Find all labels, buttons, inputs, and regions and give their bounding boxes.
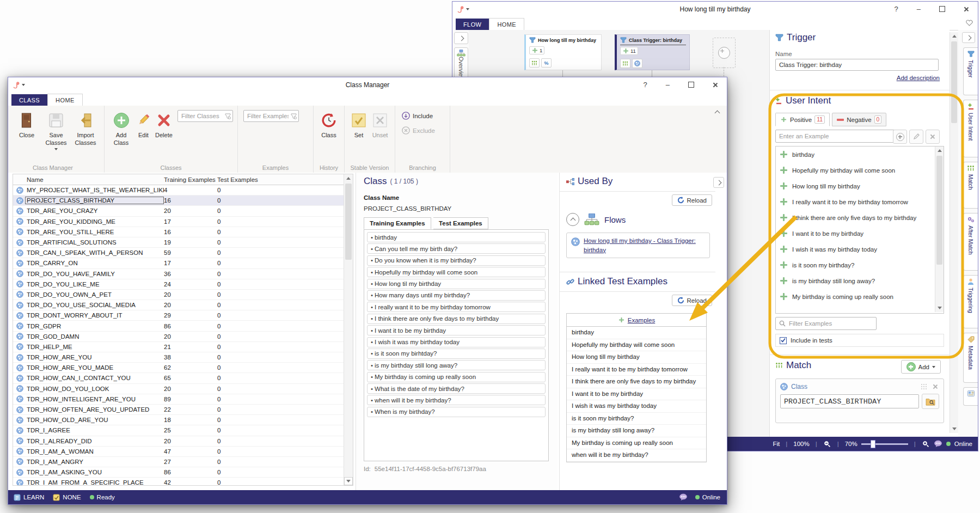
flow-link[interactable]: How long till my birthday - Class Trigge…: [584, 236, 705, 254]
save-classes-button[interactable]: Save Classes: [42, 108, 70, 150]
class-table-row[interactable]: TDR_ARE_YOU_STILL_HERE 16 0: [13, 227, 344, 237]
match-add-button[interactable]: Add: [901, 360, 941, 374]
zoom-in-icon[interactable]: [922, 440, 930, 448]
tab-training-examples[interactable]: Training Examples: [364, 217, 431, 229]
examples-scrollbar[interactable]: [935, 146, 944, 312]
flow-link-card[interactable]: How long till my birthday - Class Trigge…: [566, 233, 710, 258]
class-table-row[interactable]: TDR_I_AM_ASKING_YOU 86 0: [13, 467, 344, 478]
training-example-item[interactable]: Can you tell me my birth day?: [367, 243, 546, 254]
training-example-item[interactable]: How many days until my birthday?: [367, 290, 546, 301]
panel-expand-button[interactable]: [962, 32, 975, 43]
class-table-row[interactable]: TDR_ARE_YOU_KIDDING_ME 17 0: [13, 217, 344, 227]
class-table-row[interactable]: TDR_HOW_OLD_ARE_YOU 18 0: [13, 415, 344, 425]
include-button[interactable]: Include: [400, 110, 435, 121]
training-example-item[interactable]: I want it to be my birthday: [367, 325, 546, 335]
match-class-input[interactable]: [780, 394, 919, 408]
class-table-row[interactable]: TDR_I_AM_ANGRY 27 0: [13, 457, 344, 467]
positive-example-item[interactable]: is my birthday still long away?: [776, 273, 944, 289]
maximize-button[interactable]: [688, 82, 694, 88]
training-example-item[interactable]: Hopefully my birthday will come soon: [367, 267, 546, 277]
class-table-row[interactable]: TDR_I_AGREE 25 0: [13, 425, 344, 436]
training-example-item[interactable]: I think there are only five days to my b…: [367, 314, 546, 324]
panel-scrollbar[interactable]: [950, 32, 958, 433]
minimize-button[interactable]: –: [666, 81, 670, 89]
chat-icon[interactable]: [679, 493, 688, 501]
class-table-row[interactable]: TDR_DO_YOU_USE_SOCIAL_MEDIA 20 0: [13, 300, 344, 310]
class-table-header[interactable]: Name Training Examples Test Examples: [13, 174, 353, 185]
positive-example-item[interactable]: birthday: [776, 146, 944, 162]
table-scrollbar[interactable]: [344, 174, 353, 485]
collapse-ribbon-icon[interactable]: [715, 111, 720, 116]
drag-handle-icon[interactable]: [921, 383, 927, 390]
enter-example-input[interactable]: [775, 130, 896, 143]
zoom-slider[interactable]: [861, 443, 908, 445]
app-logo[interactable]: [452, 5, 469, 13]
tab-positive[interactable]: Positive 11: [775, 113, 830, 126]
linked-test-example-item[interactable]: is my birthday still long away?: [567, 425, 706, 437]
tab-negative[interactable]: Negative 0: [832, 113, 886, 126]
training-example-item[interactable]: My birthday is coming up really soon: [367, 372, 546, 382]
filter-clear-icon[interactable]: [225, 113, 231, 119]
examples-link[interactable]: Examples: [628, 317, 656, 323]
tab-home[interactable]: HOME: [489, 18, 524, 30]
browse-class-button[interactable]: [922, 394, 939, 409]
minimize-button[interactable]: –: [917, 5, 921, 13]
sidetab-metadata[interactable]: Metadata: [963, 333, 978, 383]
linked-test-example-item[interactable]: I wish it was my birthday today: [567, 400, 706, 413]
zoom-out-icon[interactable]: [823, 440, 831, 448]
positive-example-item[interactable]: Hopefully my birthday will come soon: [776, 162, 944, 178]
positive-example-item[interactable]: How long till my birthday: [776, 178, 944, 194]
filter-examples-input[interactable]: [775, 317, 877, 330]
linked-test-example-item[interactable]: Hopefully my birthday will come soon: [567, 339, 706, 352]
linked-test-example-item[interactable]: birthday: [567, 327, 706, 339]
edit-button[interactable]: Edit: [134, 108, 152, 139]
class-table-row[interactable]: TDR_CARRY_ON 17 0: [13, 258, 344, 268]
unset-button[interactable]: Unset: [370, 108, 390, 139]
linked-test-example-item[interactable]: when will it be my birthday?: [567, 449, 706, 462]
panel-expand-button[interactable]: [713, 177, 724, 188]
class-table-row[interactable]: TDR_I_AM_A_WOMAN 47 0: [13, 447, 344, 457]
none-status[interactable]: NONE: [53, 494, 81, 501]
app-logo[interactable]: [8, 81, 25, 89]
class-table-row[interactable]: TDR_ARTIFICIAL_SOLUTIONS 19 0: [13, 237, 344, 248]
chat-icon[interactable]: [934, 440, 942, 448]
class-table-row[interactable]: TDR_GDPR 86 0: [13, 321, 344, 331]
set-button[interactable]: Set: [349, 108, 369, 139]
learn-status[interactable]: LEARN: [14, 494, 44, 501]
edit-example-button[interactable]: [909, 130, 923, 144]
add-description-link[interactable]: Add description: [897, 75, 940, 81]
trigger-name-input[interactable]: [775, 59, 939, 71]
training-example-item[interactable]: What is the date of my birthday?: [367, 383, 546, 394]
training-example-item[interactable]: I really want it to be my birthday tomor…: [367, 302, 546, 312]
help-button[interactable]: ?: [895, 5, 898, 13]
close-window-button[interactable]: [964, 7, 969, 12]
sidetab-trigger[interactable]: Trigger: [963, 47, 978, 95]
tab-test-examples[interactable]: Test Examples: [433, 217, 488, 229]
close-button[interactable]: Close: [13, 108, 41, 139]
class-table-row[interactable]: TDR_I_AM_FROM_A_SPECIFIC_PLACE 42 0: [13, 478, 344, 486]
tab-class[interactable]: CLASS: [11, 94, 47, 106]
sidetab-match[interactable]: Match: [963, 162, 978, 209]
positive-example-item[interactable]: is it soon my birthday?: [776, 257, 944, 273]
help-button[interactable]: ?: [644, 81, 647, 89]
class-table-row[interactable]: TDR_GOD_DAMN 20 0: [13, 332, 344, 342]
positive-example-item[interactable]: My birthday is coming up really soon: [776, 289, 944, 304]
class-table-row[interactable]: TDR_HOW_CAN_I_CONTACT_YOU 65 0: [13, 373, 344, 383]
linked-test-example-item[interactable]: My birthday is coming up really soon: [567, 437, 706, 450]
zoom-100-button[interactable]: 100%: [793, 441, 809, 447]
remove-match-button[interactable]: [933, 384, 938, 389]
filter-clear-icon[interactable]: [291, 113, 297, 119]
class-table-row[interactable]: PROJECT_CLASS_BIRTHDAY 16 0: [13, 196, 344, 206]
flow-node-class-trigger[interactable]: Class Trigger: birthday 11: [615, 34, 690, 70]
class-table-row[interactable]: TDR_HOW_OFTEN_ARE_YOU_UPDATED 22 0: [13, 405, 344, 415]
overview-expand-button[interactable]: [454, 32, 468, 44]
class-table-row[interactable]: TDR_HELP_ME 21 0: [13, 342, 344, 352]
class-table-row[interactable]: TDR_HOW_ARE_YOU 38 0: [13, 352, 344, 363]
class-table-row[interactable]: TDR_DO_YOU_OWN_A_PET 20 0: [13, 290, 344, 300]
positive-example-item[interactable]: I think there are only five days to my b…: [776, 210, 944, 225]
class-table-row[interactable]: TDR_HOW_ARE_YOU_MADE 62 0: [13, 363, 344, 373]
add-example-button[interactable]: [893, 130, 907, 144]
add-node-placeholder[interactable]: [713, 38, 736, 68]
linked-test-example-item[interactable]: is it soon my birthday?: [567, 413, 706, 425]
class-table-row[interactable]: TDR_HOW_DO_YOU_LOOK 20 0: [13, 384, 344, 394]
